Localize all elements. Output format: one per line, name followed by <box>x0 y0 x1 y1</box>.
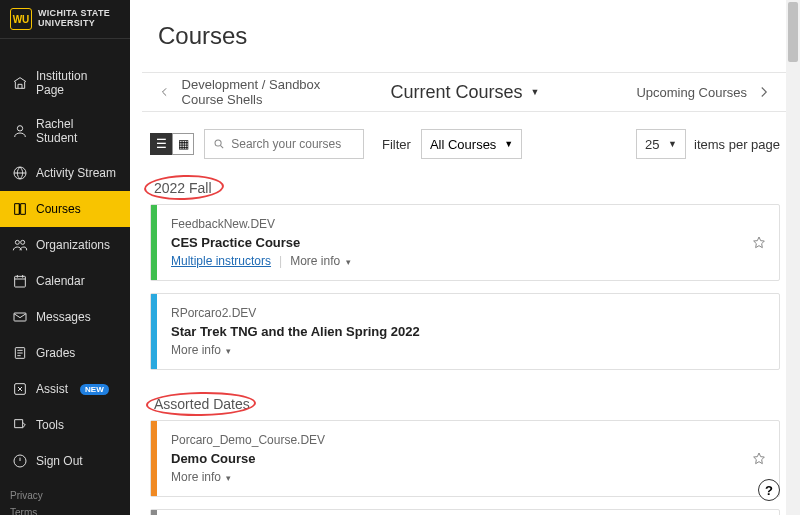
nav-signout[interactable]: Sign Out <box>0 443 130 479</box>
nav-institution[interactable]: Institution Page <box>0 59 130 107</box>
globe-icon <box>12 165 28 181</box>
terms-link[interactable]: Terms <box>10 504 120 515</box>
scrollbar-thumb[interactable] <box>788 2 798 62</box>
course-card[interactable]: FeedbackNew.DEV CES Practice Course Mult… <box>150 204 780 281</box>
grades-icon <box>12 345 28 361</box>
grid-view-button[interactable]: ▦ <box>172 133 194 155</box>
course-title: Demo Course <box>171 451 765 466</box>
search-icon <box>213 137 225 151</box>
nav-organizations[interactable]: Organizations <box>0 227 130 263</box>
arrow-left-icon[interactable] <box>157 83 172 101</box>
perpage-select[interactable]: 25▼ <box>636 129 686 159</box>
more-info-toggle[interactable]: More info ▾ <box>171 470 231 484</box>
favorite-star-icon[interactable] <box>751 451 767 467</box>
nav-tools[interactable]: Tools <box>0 407 130 443</box>
search-input[interactable] <box>231 137 355 151</box>
next-term-link[interactable]: Upcoming Courses <box>636 85 747 100</box>
mail-icon <box>12 309 28 325</box>
nav-list: Institution Page Rachel Student Activity… <box>0 59 130 479</box>
course-card[interactable]: RPorcaro2.DEV Star Trek TNG and the Alie… <box>150 293 780 370</box>
svg-rect-4 <box>15 276 26 287</box>
term-heading: 2022 Fall <box>154 180 212 196</box>
perpage-label: items per page <box>694 137 780 152</box>
svg-point-0 <box>17 126 22 131</box>
course-list: 2022 Fall FeedbackNew.DEV CES Practice C… <box>130 166 800 515</box>
nav-grades[interactable]: Grades <box>0 335 130 371</box>
brand-logo: WU Wichita StateUniversity <box>0 0 130 39</box>
course-code: FeedbackNew.DEV <box>171 217 765 231</box>
favorite-star-icon[interactable] <box>751 235 767 251</box>
privacy-link[interactable]: Privacy <box>10 487 120 504</box>
course-card[interactable]: Porcaro_Demo_Course.DEV Demo Course More… <box>150 420 780 497</box>
logo-mark: WU <box>10 8 32 30</box>
course-code: RPorcaro2.DEV <box>171 306 765 320</box>
nav-courses[interactable]: Courses <box>0 191 130 227</box>
logo-text: Wichita StateUniversity <box>38 9 110 29</box>
course-title: Star Trek TNG and the Alien Spring 2022 <box>171 324 765 339</box>
caret-down-icon: ▼ <box>531 87 540 97</box>
course-code: Porcaro_Demo_Course.DEV <box>171 433 765 447</box>
institution-icon <box>12 75 28 91</box>
user-icon <box>12 123 28 139</box>
new-badge: NEW <box>80 384 109 395</box>
prev-term-link[interactable]: Development / Sandbox Course Shells <box>182 77 363 107</box>
course-card[interactable]: RPorcaro_SandboxOriginal.dev RPorcaro_Sa… <box>150 509 780 515</box>
svg-rect-5 <box>14 313 26 321</box>
nav-calendar[interactable]: Calendar <box>0 263 130 299</box>
svg-point-3 <box>21 240 25 244</box>
footer-links: Privacy Terms <box>0 479 130 515</box>
sidebar: WU Wichita StateUniversity Institution P… <box>0 0 130 515</box>
current-term-dropdown[interactable]: Current Courses ▼ <box>362 82 567 103</box>
term-heading: Assorted Dates <box>154 396 250 412</box>
book-icon <box>12 201 28 217</box>
arrow-right-icon[interactable] <box>755 83 773 101</box>
filter-label: Filter <box>382 137 411 152</box>
page-title: Courses <box>130 0 800 72</box>
caret-down-icon: ▼ <box>504 139 513 149</box>
help-button[interactable]: ? <box>758 479 780 501</box>
svg-point-9 <box>215 140 221 146</box>
scrollbar[interactable] <box>786 0 800 515</box>
nav-user[interactable]: Rachel Student <box>0 107 130 155</box>
more-info-toggle[interactable]: More info ▾ <box>290 254 350 268</box>
people-icon <box>12 237 28 253</box>
main-area: Courses Development / Sandbox Course She… <box>130 0 800 515</box>
nav-assist[interactable]: AssistNEW <box>0 371 130 407</box>
assist-icon <box>12 381 28 397</box>
caret-down-icon: ▼ <box>668 139 677 149</box>
svg-point-2 <box>15 240 19 244</box>
controls-bar: ☰ ▦ Filter All Courses▼ 25▼ items per pa… <box>130 122 800 166</box>
more-info-toggle[interactable]: More info ▾ <box>171 343 231 357</box>
tools-icon <box>12 417 28 433</box>
nav-activity[interactable]: Activity Stream <box>0 155 130 191</box>
list-view-button[interactable]: ☰ <box>150 133 172 155</box>
course-title: CES Practice Course <box>171 235 765 250</box>
filter-select[interactable]: All Courses▼ <box>421 129 522 159</box>
nav-messages[interactable]: Messages <box>0 299 130 335</box>
term-navigator: Development / Sandbox Course Shells Curr… <box>142 72 788 112</box>
search-field[interactable] <box>204 129 364 159</box>
calendar-icon <box>12 273 28 289</box>
signout-icon <box>12 453 28 469</box>
instructors-link[interactable]: Multiple instructors <box>171 254 271 268</box>
